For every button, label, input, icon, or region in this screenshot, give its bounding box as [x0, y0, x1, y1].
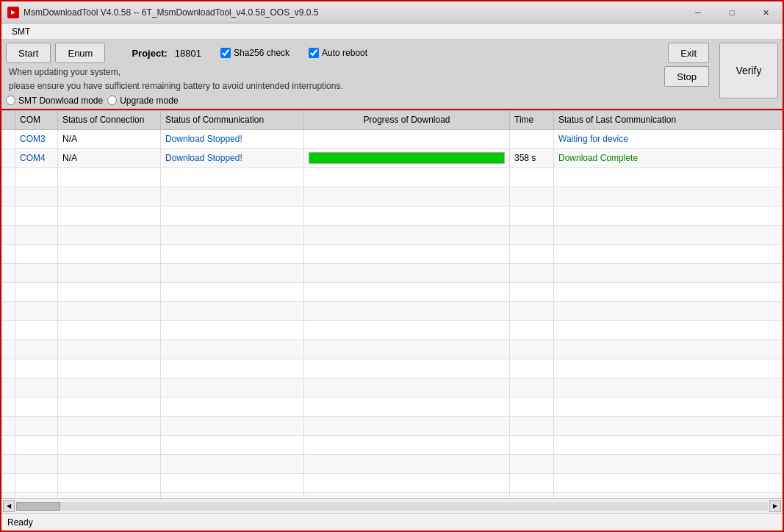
project-label: Project: — [132, 48, 167, 59]
col-header-com: COM — [15, 110, 58, 129]
cell-status-comm: Download Stopped! — [161, 148, 304, 168]
warning-text-line1: When updating your system, — [9, 66, 343, 79]
cell-empty — [161, 435, 304, 454]
scroll-thumb[interactable] — [16, 502, 60, 511]
cell-empty — [58, 320, 161, 339]
cell-empty — [161, 206, 304, 225]
cell-empty — [2, 397, 15, 416]
cell-empty — [161, 301, 304, 320]
exit-button[interactable]: Exit — [668, 43, 709, 63]
cell-empty — [161, 378, 304, 397]
cell-empty — [2, 473, 15, 492]
start-button[interactable]: Start — [6, 43, 51, 63]
cell-empty — [510, 187, 554, 206]
table-row-empty — [2, 397, 783, 416]
cell-empty — [554, 244, 783, 263]
cell-empty — [2, 339, 15, 359]
upgrade-mode-radio[interactable] — [107, 96, 117, 105]
cell-empty — [15, 416, 58, 435]
table-row-empty — [2, 320, 783, 339]
cell-progress — [304, 129, 510, 148]
minimize-button[interactable]: ─ — [681, 1, 715, 24]
cell-empty — [15, 320, 58, 339]
cell-empty — [161, 492, 304, 498]
toolbar-row-2: When updating your system, please ensure… — [6, 66, 709, 93]
stop-button[interactable]: Stop — [664, 66, 709, 87]
cell-empty — [304, 320, 510, 339]
toolbar-right: Verify — [709, 43, 778, 98]
cell-num — [2, 148, 15, 168]
cell-empty — [58, 492, 161, 498]
cell-empty — [15, 206, 58, 225]
cell-empty — [58, 301, 161, 320]
upgrade-mode-group[interactable]: Upgrade mode — [107, 96, 178, 106]
table-row-empty — [2, 454, 783, 473]
horizontal-scrollbar[interactable]: ◀ ▶ — [1, 498, 783, 513]
cell-empty — [304, 206, 510, 225]
close-button[interactable]: ✕ — [749, 1, 783, 24]
table-row-empty — [2, 301, 783, 320]
cell-empty — [161, 168, 304, 187]
sha256-label: Sha256 check — [234, 48, 289, 58]
cell-empty — [2, 359, 15, 378]
table-row-empty — [2, 378, 783, 397]
scroll-track[interactable] — [16, 502, 768, 511]
cell-empty — [304, 454, 510, 473]
cell-empty — [58, 435, 161, 454]
cell-empty — [58, 416, 161, 435]
menu-bar: SMT — [1, 24, 783, 40]
cell-empty — [510, 301, 554, 320]
cell-empty — [161, 397, 304, 416]
cell-empty — [58, 473, 161, 492]
cell-empty — [161, 473, 304, 492]
table-row-empty — [2, 492, 783, 498]
cell-empty — [510, 397, 554, 416]
window-controls: ─ □ ✕ — [681, 1, 783, 24]
cell-progress — [304, 148, 510, 168]
cell-empty — [554, 168, 783, 187]
table-row-empty — [2, 187, 783, 206]
col-header-status-conn: Status of Connection — [58, 110, 161, 129]
cell-empty — [58, 397, 161, 416]
menu-smt[interactable]: SMT — [6, 25, 36, 38]
cell-empty — [2, 206, 15, 225]
verify-button[interactable]: Verify — [719, 43, 778, 98]
sha256-checkbox[interactable] — [220, 48, 231, 58]
toolbar-row-3: SMT Donwload mode Upgrade mode — [6, 96, 709, 106]
smt-mode-group[interactable]: SMT Donwload mode — [6, 96, 103, 106]
app-window: MsmDownloadTool V4.0.58 -- 6T_MsmDownloa… — [0, 0, 784, 532]
cell-empty — [15, 378, 58, 397]
cell-empty — [15, 397, 58, 416]
cell-empty — [15, 263, 58, 282]
restore-button[interactable]: □ — [715, 1, 749, 24]
status-bar: Ready — [1, 513, 783, 531]
cell-empty — [161, 320, 304, 339]
cell-empty — [554, 263, 783, 282]
enum-button[interactable]: Enum — [55, 43, 105, 63]
table-row-empty — [2, 473, 783, 492]
cell-empty — [510, 168, 554, 187]
warning-text-line2: please ensure you have sufficient remain… — [9, 80, 343, 93]
sha256-check-group[interactable]: Sha256 check — [220, 48, 289, 58]
cell-empty — [161, 416, 304, 435]
cell-empty — [15, 492, 58, 498]
smt-mode-radio[interactable] — [6, 96, 15, 105]
cell-empty — [15, 244, 58, 263]
cell-empty — [510, 225, 554, 244]
table-row-empty — [2, 225, 783, 244]
table-row-empty — [2, 282, 783, 301]
col-header-status-comm: Status of Communication — [161, 110, 304, 129]
cell-empty — [510, 359, 554, 378]
cell-empty — [304, 378, 510, 397]
auto-reboot-checkbox[interactable] — [309, 48, 319, 58]
table-row-empty — [2, 263, 783, 282]
cell-status-conn: N/A — [58, 129, 161, 148]
status-text: Ready — [7, 517, 33, 528]
scroll-right-arrow[interactable]: ▶ — [769, 500, 781, 512]
table-body: COM3N/ADownload Stopped!Waiting for devi… — [2, 129, 783, 498]
cell-empty — [554, 378, 783, 397]
scroll-left-arrow[interactable]: ◀ — [3, 500, 15, 512]
cell-empty — [58, 359, 161, 378]
cell-empty — [58, 454, 161, 473]
auto-reboot-group[interactable]: Auto reboot — [309, 48, 367, 58]
